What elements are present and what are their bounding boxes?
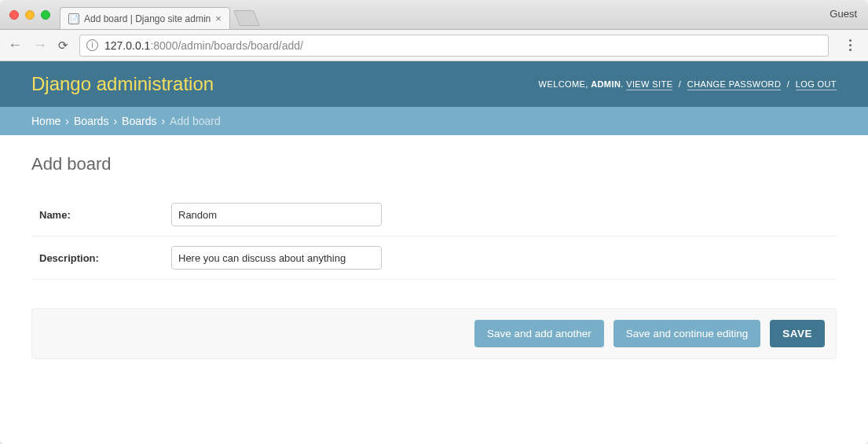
logout-link[interactable]: LOG OUT [796, 79, 837, 90]
user-tools: WELCOME, ADMIN. VIEW SITE / CHANGE PASSW… [539, 79, 837, 89]
description-label: Description: [31, 252, 171, 264]
page-content: Django administration WELCOME, ADMIN. VI… [0, 61, 868, 444]
form-row-name: Name: [31, 193, 837, 237]
tab-title: Add board | Django site admin [84, 13, 211, 24]
traffic-lights [9, 10, 50, 20]
save-continue-button[interactable]: Save and continue editing [613, 320, 760, 347]
back-button[interactable]: ← [8, 37, 22, 53]
tab-close-icon[interactable]: × [215, 13, 222, 24]
page-title: Add board [31, 154, 837, 174]
window-maximize-button[interactable] [41, 10, 50, 20]
breadcrumb-separator: › [113, 115, 117, 127]
breadcrumb-model[interactable]: Boards [122, 115, 156, 127]
user-tools-separator: / [679, 79, 681, 89]
breadcrumb-app[interactable]: Boards [74, 115, 108, 127]
welcome-text: WELCOME, [539, 79, 588, 89]
breadcrumb-separator: › [65, 115, 69, 127]
description-input[interactable] [171, 246, 382, 270]
breadcrumb-separator: › [161, 115, 165, 127]
url-text: 127.0.0.1:8000/admin/boards/board/add/ [104, 39, 303, 52]
view-site-link[interactable]: VIEW SITE [626, 79, 672, 90]
admin-header: Django administration WELCOME, ADMIN. VI… [0, 61, 868, 107]
address-bar[interactable]: i 127.0.0.1:8000/admin/boards/board/add/ [79, 35, 829, 57]
forward-button[interactable]: → [33, 37, 47, 53]
change-password-link[interactable]: CHANGE PASSWORD [687, 79, 781, 90]
window-titlebar: 📄 Add board | Django site admin × Guest [0, 0, 868, 30]
username: ADMIN [591, 79, 621, 89]
breadcrumb-current: Add board [170, 115, 221, 127]
form-page: Add board Name: Description: Save and ad… [0, 135, 868, 378]
breadcrumb-home[interactable]: Home [31, 115, 60, 127]
name-label: Name: [31, 209, 171, 221]
save-add-another-button[interactable]: Save and add another [474, 320, 604, 347]
submit-row: Save and add another Save and continue e… [31, 308, 837, 359]
url-host: 127.0.0.1 [104, 39, 150, 52]
window-close-button[interactable] [9, 10, 19, 20]
new-tab-button[interactable] [233, 10, 260, 26]
browser-toolbar: ← → ⟳ i 127.0.0.1:8000/admin/boards/boar… [0, 30, 868, 61]
page-favicon-icon: 📄 [68, 13, 79, 24]
window-minimize-button[interactable] [25, 10, 35, 20]
period: . [621, 79, 623, 89]
admin-brand[interactable]: Django administration [31, 73, 214, 95]
browser-tab[interactable]: 📄 Add board | Django site admin × [60, 7, 230, 29]
form-row-description: Description: [31, 237, 837, 280]
profile-label[interactable]: Guest [830, 8, 857, 20]
reload-button[interactable]: ⟳ [58, 39, 68, 53]
url-path: :8000/admin/boards/board/add/ [150, 39, 303, 52]
name-input[interactable] [171, 203, 382, 226]
tab-strip: 📄 Add board | Django site admin × [60, 0, 257, 29]
browser-window: 📄 Add board | Django site admin × Guest … [0, 0, 868, 444]
browser-menu-button[interactable] [840, 39, 860, 51]
site-info-icon[interactable]: i [86, 39, 98, 51]
user-tools-separator: / [787, 79, 789, 89]
breadcrumbs: Home › Boards › Boards › Add board [0, 107, 868, 135]
save-button[interactable]: SAVE [770, 320, 825, 347]
